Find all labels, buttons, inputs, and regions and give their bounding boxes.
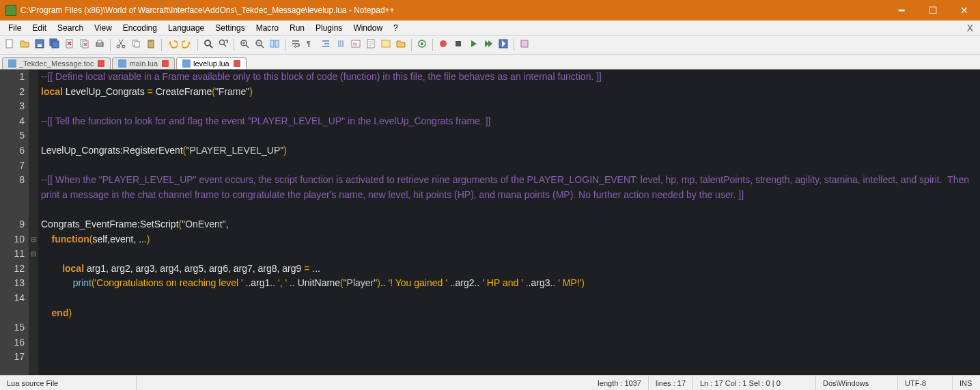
sync-button[interactable] — [268, 38, 281, 52]
menu-file[interactable]: File — [3, 23, 27, 33]
tab-close-icon[interactable] — [98, 60, 104, 67]
menu-search[interactable]: Search — [52, 23, 89, 33]
fold-marker — [29, 335, 38, 350]
save-icon — [34, 38, 45, 52]
close-button[interactable]: ✕ — [949, 0, 980, 20]
cut-button[interactable] — [114, 38, 128, 52]
code-line[interactable]: --[[ Tell the function to look for and f… — [41, 114, 977, 129]
extra-button[interactable] — [518, 38, 531, 52]
statusbar: Lua source File length : 1037 lines : 17… — [0, 375, 980, 390]
code-line[interactable]: print('Congratulations on reaching level… — [41, 276, 977, 291]
tab-levelup-lua[interactable]: levelup.lua — [176, 57, 247, 69]
fold-marker[interactable]: ⊟ — [29, 247, 38, 262]
play-multi-icon — [483, 38, 494, 52]
play-multi-button[interactable] — [481, 38, 495, 52]
tab-close-icon[interactable] — [162, 60, 169, 67]
lang-button[interactable]: fx — [349, 38, 363, 52]
code-line[interactable]: Congrats_EventFrame:SetScript("OnEvent", — [41, 217, 977, 232]
wrap-button[interactable] — [289, 38, 303, 52]
fold-marker — [29, 350, 38, 365]
code-line[interactable]: local arg1, arg2, arg3, arg4, arg5, arg6… — [41, 262, 977, 277]
code-line[interactable]: --[[ Define local variable in a Frame av… — [41, 70, 977, 85]
maximize-button[interactable]: ☐ — [917, 0, 949, 20]
fold-marker — [29, 85, 38, 100]
editor[interactable]: 12345678 91011121314 151617 ⊟⊟ --[[ Defi… — [0, 70, 980, 375]
code-line[interactable] — [41, 99, 977, 114]
menubar-close-x[interactable]: X — [963, 23, 977, 33]
find-button[interactable] — [201, 38, 215, 52]
fold-marker — [29, 320, 38, 335]
code-line[interactable] — [41, 128, 977, 143]
tab-main-lua[interactable]: main.lua — [112, 57, 175, 69]
code-line[interactable]: LevelUp_Congrats:RegisterEvent("PLAYER_L… — [41, 143, 977, 158]
line-number: 14 — [0, 291, 25, 306]
minimize-button[interactable]: ━ — [886, 0, 917, 20]
fold-marker[interactable]: ⊟ — [29, 232, 38, 247]
save-button[interactable] — [33, 38, 46, 52]
svg-rect-21 — [275, 40, 279, 47]
code-line[interactable]: end) — [41, 306, 977, 321]
code-line[interactable] — [41, 202, 977, 217]
fold-marker — [29, 291, 38, 306]
menu-window[interactable]: Window — [348, 23, 388, 33]
zoom-out-button[interactable] — [253, 38, 266, 52]
close-all-button[interactable] — [78, 38, 92, 52]
code-line[interactable] — [41, 158, 977, 173]
status-eol: Dos\Windows — [816, 376, 898, 390]
stop-button[interactable] — [451, 38, 465, 52]
zoom-in-button[interactable] — [238, 38, 251, 52]
line-number: 12 — [0, 262, 25, 277]
menu-view[interactable]: View — [89, 23, 117, 33]
svg-rect-20 — [270, 40, 274, 47]
menu-edit[interactable]: Edit — [27, 23, 52, 33]
menu-macro[interactable]: Macro — [251, 23, 284, 33]
code-line[interactable] — [41, 247, 977, 262]
toolbar-separator — [411, 39, 412, 51]
monitor-button[interactable] — [415, 38, 429, 52]
menu-plugins[interactable]: Plugins — [310, 23, 348, 33]
zoom-in-icon — [239, 38, 250, 52]
undo-button[interactable] — [165, 38, 179, 52]
fold-column[interactable]: ⊟⊟ — [29, 70, 38, 375]
svg-rect-13 — [135, 42, 139, 47]
tab-label: levelup.lua — [193, 59, 229, 68]
tab-close-icon[interactable] — [234, 60, 240, 67]
menu-encoding[interactable]: Encoding — [117, 23, 163, 33]
print-button[interactable] — [93, 38, 107, 52]
tabbar: _Tekdec_Message.tocmain.lualevelup.lua — [0, 55, 980, 70]
copy-button[interactable] — [129, 38, 143, 52]
code-area[interactable]: --[[ Define local variable in a Frame av… — [38, 70, 980, 375]
close-button[interactable] — [63, 38, 76, 52]
code-line[interactable]: local LevelUp_Congrats = CreateFrame("Fr… — [41, 85, 977, 100]
new-button[interactable] — [3, 38, 16, 52]
paste-button[interactable] — [144, 38, 158, 52]
all-chars-button[interactable]: ¶ — [304, 38, 318, 52]
indent-button[interactable] — [319, 38, 333, 52]
record-button[interactable] — [436, 38, 450, 52]
code-line[interactable] — [41, 291, 977, 306]
find-icon — [203, 38, 214, 52]
status-position: Ln : 17 Col : 1 Sel : 0 | 0 — [693, 376, 816, 390]
toolbar-separator — [110, 39, 111, 51]
doc-map-button[interactable] — [364, 38, 378, 52]
save-all-button[interactable] — [48, 38, 61, 52]
replace-button[interactable] — [216, 38, 230, 52]
code-line[interactable]: --[[ When the "PLAYER_LEVEL_UP" event oc… — [41, 173, 977, 202]
menu-[interactable]: ? — [388, 23, 404, 33]
save-macro-button[interactable] — [496, 38, 510, 52]
menu-run[interactable]: Run — [284, 23, 310, 33]
code-line[interactable]: function(self,event, ...) — [41, 232, 977, 247]
guide-button[interactable] — [334, 38, 348, 52]
menu-settings[interactable]: Settings — [210, 23, 250, 33]
tab--tekdec-message-toc[interactable]: _Tekdec_Message.toc — [2, 57, 111, 69]
line-number: 9 — [0, 217, 25, 232]
toolbar-separator — [197, 39, 198, 51]
folder-button[interactable] — [394, 38, 408, 52]
func-list-button[interactable] — [379, 38, 393, 52]
play-button[interactable] — [466, 38, 480, 52]
open-button[interactable] — [18, 38, 31, 52]
menu-language[interactable]: Language — [163, 23, 210, 33]
code-line[interactable] — [41, 320, 977, 335]
toolbar-separator — [234, 39, 234, 51]
redo-button[interactable] — [180, 38, 194, 52]
